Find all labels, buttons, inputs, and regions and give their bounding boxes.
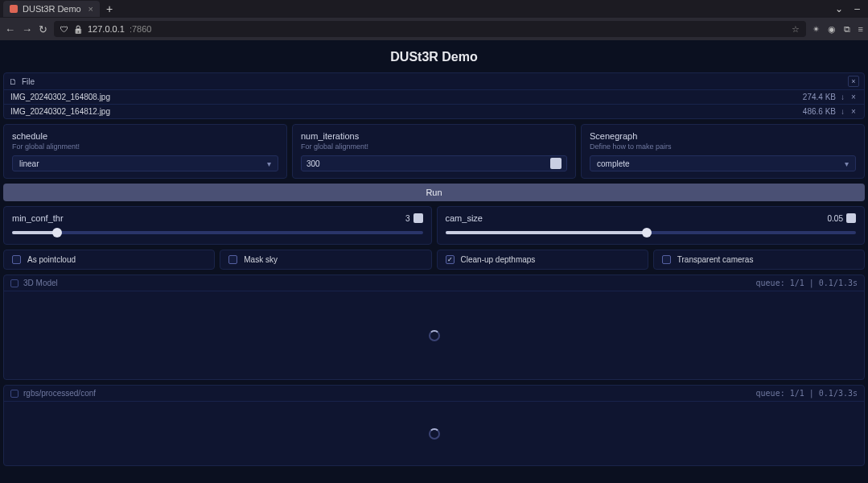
queue-status: queue: 1/1 | 0.1/1.3s <box>756 279 858 287</box>
run-button[interactable]: Run <box>3 184 865 201</box>
number-stepper-icon[interactable] <box>846 213 856 223</box>
tab-title: DUSt3R Demo <box>23 4 81 14</box>
new-tab-button[interactable]: + <box>106 2 113 15</box>
browser-tabbar: DUSt3R Demo × + ⌄ – <box>0 0 868 18</box>
file-upload-block: 🗋 File × IMG_20240302_164808.jpg 274.4 K… <box>3 72 865 119</box>
lock-icon <box>73 24 83 34</box>
file-name: IMG_20240302_164808.jpg <box>10 93 110 101</box>
loading-spinner-icon <box>429 428 440 440</box>
remove-file-icon[interactable]: × <box>849 108 858 116</box>
num-iterations-sublabel: For global alignment! <box>301 142 567 151</box>
cleanup-depthmaps-checkbox[interactable]: Clean-up depthmaps <box>437 250 648 270</box>
window-controls: ⌄ – <box>835 3 865 14</box>
download-icon[interactable]: ↓ <box>841 107 845 116</box>
reload-button[interactable]: ↻ <box>39 23 47 35</box>
cam-size-label: cam_size <box>446 213 483 223</box>
checkbox-icon <box>12 255 21 264</box>
mask-sky-checkbox[interactable]: Mask sky <box>220 250 431 270</box>
schedule-label: schedule <box>12 131 278 141</box>
cam-size-value[interactable]: 0.05 <box>795 214 843 223</box>
rgb-viewer: rgbs/processed/conf queue: 1/1 | 0.1/3.3… <box>3 385 865 466</box>
clear-files-button[interactable]: × <box>848 76 859 87</box>
expand-icon[interactable] <box>10 279 19 287</box>
num-iterations-panel: num_iterations For global alignment! 300 <box>292 124 576 179</box>
download-icon[interactable]: ↓ <box>841 93 845 101</box>
file-row: IMG_20240302_164812.jpg 486.6 KB ↓ × <box>4 104 864 118</box>
schedule-select[interactable]: linear ▾ <box>12 155 278 171</box>
as-pointcloud-checkbox[interactable]: As pointcloud <box>3 250 215 270</box>
schedule-sublabel: For global alignment! <box>12 142 278 151</box>
shield-icon <box>60 24 68 34</box>
extension-icons: ✴ ◉ ⧉ ≡ <box>812 24 863 35</box>
slider-thumb[interactable] <box>52 228 62 237</box>
min-conf-thr-panel: min_conf_thr 3 <box>3 206 432 245</box>
favicon-icon <box>10 5 18 13</box>
checkbox-icon <box>228 255 237 264</box>
app-root: DUSt3R Demo 🗋 File × IMG_20240302_164808… <box>0 40 868 476</box>
num-iterations-input[interactable]: 300 <box>301 155 567 171</box>
cam-size-slider[interactable] <box>446 231 857 234</box>
number-stepper-icon[interactable] <box>413 213 423 223</box>
as-pointcloud-label: As pointcloud <box>27 255 76 264</box>
expand-icon[interactable] <box>10 390 19 398</box>
mask-sky-label: Mask sky <box>244 255 278 264</box>
transparent-cameras-label: Transparent cameras <box>677 255 754 264</box>
app-menu-icon[interactable]: ≡ <box>858 24 863 35</box>
file-size: 274.4 KB <box>803 93 836 101</box>
file-dropzone-label: File <box>22 77 35 86</box>
min-conf-thr-value[interactable]: 3 <box>362 214 410 223</box>
scenegraph-value: complete <box>597 159 630 168</box>
transparent-cameras-checkbox[interactable]: Transparent cameras <box>653 250 865 270</box>
file-size: 486.6 KB <box>803 107 836 116</box>
browser-tab[interactable]: DUSt3R Demo × <box>3 1 100 17</box>
checkbox-icon <box>662 255 671 264</box>
remove-file-icon[interactable]: × <box>849 93 858 101</box>
model-3d-viewer: 3D Model queue: 1/1 | 0.1/1.3s <box>3 275 865 380</box>
schedule-panel: schedule For global alignment! linear ▾ <box>3 124 287 179</box>
model-3d-label: 3D Model <box>23 279 58 287</box>
cam-size-panel: cam_size 0.05 <box>437 206 866 245</box>
num-iterations-value: 300 <box>306 159 320 168</box>
min-conf-thr-label: min_conf_thr <box>12 213 64 223</box>
url-rest: :7860 <box>130 24 152 34</box>
browser-toolbar: ← → ↻ 127.0.0.1:7860 ☆ ✴ ◉ ⧉ ≡ <box>0 18 868 40</box>
slider-thumb[interactable] <box>642 228 652 237</box>
num-iterations-label: num_iterations <box>301 131 567 141</box>
forward-button[interactable]: → <box>22 23 32 35</box>
scenegraph-sublabel: Define how to make pairs <box>590 142 856 151</box>
rgb-viewer-label: rgbs/processed/conf <box>23 389 96 398</box>
account-icon[interactable]: ◉ <box>828 24 836 35</box>
scenegraph-select[interactable]: complete ▾ <box>590 155 856 171</box>
chevron-down-icon: ▾ <box>845 159 849 168</box>
file-row: IMG_20240302_164808.jpg 274.4 KB ↓ × <box>4 89 864 104</box>
url-bar[interactable]: 127.0.0.1:7860 ☆ <box>54 21 806 37</box>
checkbox-icon <box>446 255 455 264</box>
bookmark-star-icon[interactable]: ☆ <box>792 24 800 35</box>
rgb-canvas[interactable] <box>4 401 864 465</box>
scenegraph-panel: Scenegraph Define how to make pairs comp… <box>581 124 865 179</box>
file-dropzone[interactable]: 🗋 File × <box>4 73 864 89</box>
file-icon: 🗋 <box>9 77 17 86</box>
back-button[interactable]: ← <box>5 23 15 35</box>
min-conf-thr-slider[interactable] <box>12 231 423 234</box>
page-title: DUSt3R Demo <box>3 45 865 72</box>
scenegraph-label: Scenegraph <box>590 131 856 141</box>
minimize-icon[interactable]: – <box>854 3 860 14</box>
chevron-down-icon: ▾ <box>267 159 271 168</box>
extensions-icon[interactable]: ✴ <box>812 24 820 35</box>
library-icon[interactable]: ⧉ <box>844 24 850 35</box>
number-stepper-icon[interactable] <box>550 158 562 169</box>
queue-status: queue: 1/1 | 0.1/3.3s <box>756 389 858 398</box>
run-label: Run <box>426 188 442 197</box>
tabs-dropdown-icon[interactable]: ⌄ <box>835 3 843 14</box>
file-name: IMG_20240302_164812.jpg <box>10 107 110 116</box>
tab-close-icon[interactable]: × <box>88 4 93 14</box>
model-3d-canvas[interactable] <box>4 291 864 379</box>
url-host: 127.0.0.1 <box>88 24 125 34</box>
loading-spinner-icon <box>429 330 440 341</box>
schedule-value: linear <box>19 159 39 168</box>
cleanup-depthmaps-label: Clean-up depthmaps <box>461 255 536 264</box>
